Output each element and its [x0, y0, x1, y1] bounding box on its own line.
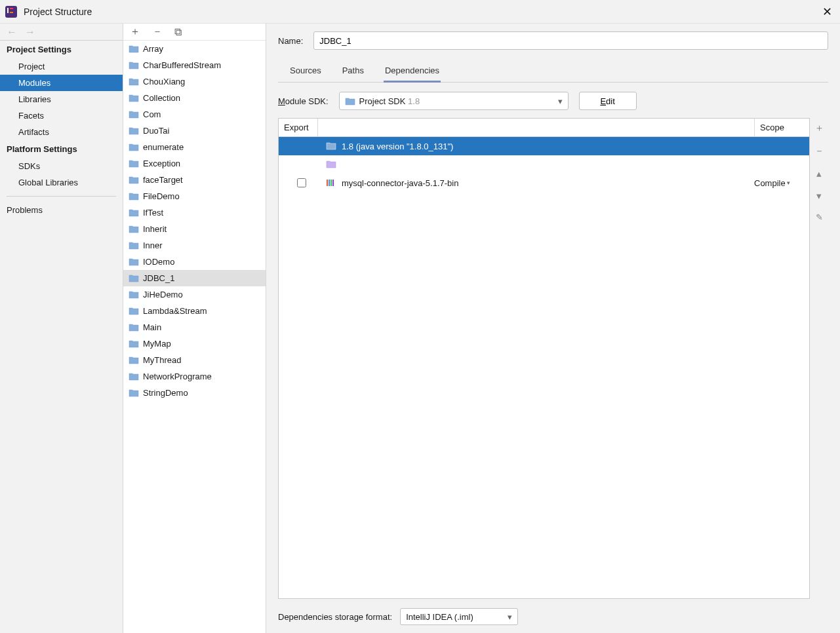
folder-icon: [129, 94, 139, 102]
folder-icon: [129, 356, 139, 364]
sidebar-item-sdks[interactable]: SDKs: [0, 158, 123, 174]
sidebar-item-libraries[interactable]: Libraries: [0, 91, 123, 107]
edit-dep-icon[interactable]: ✎: [816, 212, 823, 222]
tab-dependencies[interactable]: Dependencies: [384, 62, 441, 83]
titlebar: Project Structure ✕: [0, 0, 840, 24]
storage-format-label: Dependencies storage format:: [278, 612, 392, 622]
sidebar-item-facets[interactable]: Facets: [0, 107, 123, 124]
window-title: Project Structure: [24, 7, 819, 17]
module-item[interactable]: StringDemo: [123, 385, 266, 401]
dependency-name: 1.8 (java version "1.8.0_131"): [342, 142, 749, 151]
svg-rect-5: [329, 180, 330, 186]
module-item-label: IODemo: [143, 257, 174, 267]
module-item-label: CharBufferedStream: [143, 60, 221, 70]
folder-icon: [129, 389, 139, 397]
module-item[interactable]: ChouXiang: [123, 73, 266, 90]
module-item[interactable]: MyMap: [123, 336, 266, 352]
svg-rect-2: [10, 8, 13, 9]
module-item[interactable]: Exception: [123, 155, 266, 172]
module-item[interactable]: NetworkPrograme: [123, 368, 266, 385]
module-item[interactable]: Collection: [123, 90, 266, 106]
module-item[interactable]: Inner: [123, 237, 266, 254]
modules-toolbar: ＋ － ⧉: [123, 24, 266, 41]
svg-rect-7: [332, 180, 334, 186]
module-item-label: JDBC_1: [143, 273, 174, 283]
folder-icon: [129, 208, 139, 217]
module-source-icon: [326, 160, 336, 169]
sidebar-item-artifacts[interactable]: Artifacts: [0, 124, 123, 140]
module-content: Name: Sources Paths Dependencies Module …: [266, 24, 840, 633]
module-item[interactable]: Inherit: [123, 221, 266, 237]
folder-icon: [129, 176, 139, 184]
module-item[interactable]: DuoTai: [123, 123, 266, 139]
module-item[interactable]: Com: [123, 106, 266, 123]
module-item[interactable]: JiHeDemo: [123, 286, 266, 303]
edit-sdk-button[interactable]: Edit: [579, 92, 637, 110]
module-item[interactable]: FileDemo: [123, 188, 266, 204]
module-item[interactable]: Array: [123, 41, 266, 57]
folder-icon: [129, 274, 139, 282]
dependency-name: mysql-connector-java-5.1.7-bin: [342, 178, 749, 188]
tab-sources[interactable]: Sources: [289, 62, 323, 82]
chevron-down-icon: ▾: [558, 96, 563, 106]
module-item-label: NetworkPrograme: [143, 372, 212, 381]
add-module-icon[interactable]: ＋: [130, 25, 140, 39]
export-checkbox[interactable]: [297, 178, 306, 187]
dependency-row[interactable]: mysql-connector-java-5.1.7-binCompile ▾: [279, 174, 809, 192]
module-item[interactable]: faceTarget: [123, 172, 266, 188]
module-name-input[interactable]: [313, 31, 828, 50]
modules-column: ＋ － ⧉ ArrayCharBufferedStreamChouXiangCo…: [123, 24, 266, 633]
move-up-icon[interactable]: ▴: [816, 168, 822, 180]
folder-icon: [129, 290, 139, 299]
name-label: Name:: [278, 36, 303, 46]
module-item-label: FileDemo: [143, 191, 180, 201]
main-column-header[interactable]: [318, 119, 754, 136]
folder-icon: [129, 241, 139, 250]
sidebar-item-problems[interactable]: Problems: [0, 202, 123, 218]
nav-forward-icon[interactable]: →: [25, 26, 35, 38]
folder-icon: [129, 225, 139, 233]
folder-icon: [129, 45, 139, 53]
sidebar-divider: [7, 196, 116, 197]
folder-icon: [129, 192, 139, 201]
module-item[interactable]: IfTest: [123, 204, 266, 221]
module-item[interactable]: JDBC_1: [123, 270, 266, 286]
export-column-header[interactable]: Export: [279, 119, 318, 136]
scope-value: Compile: [754, 178, 786, 188]
folder-icon: [129, 372, 139, 381]
module-item-label: MyThread: [143, 355, 182, 365]
folder-icon: [345, 97, 355, 106]
add-dep-icon[interactable]: ＋: [814, 122, 824, 134]
move-down-icon[interactable]: ▾: [816, 190, 822, 202]
dependency-row[interactable]: 1.8 (java version "1.8.0_131"): [279, 137, 809, 155]
sidebar-item-global-libraries[interactable]: Global Libraries: [0, 174, 123, 191]
close-icon[interactable]: ✕: [819, 4, 835, 20]
nav-back-icon[interactable]: ←: [7, 26, 17, 38]
module-item[interactable]: CharBufferedStream: [123, 57, 266, 73]
sidebar-item-project[interactable]: Project: [0, 58, 123, 75]
module-item[interactable]: IODemo: [123, 254, 266, 270]
module-item-label: Collection: [143, 93, 180, 103]
svg-rect-6: [330, 180, 332, 186]
module-item-label: faceTarget: [143, 175, 183, 185]
module-sdk-select[interactable]: Project SDK 1.8 ▾: [339, 92, 569, 110]
remove-dep-icon[interactable]: －: [814, 145, 824, 157]
content-tabs: Sources Paths Dependencies: [278, 62, 828, 83]
deps-header: Export Scope: [279, 119, 809, 137]
platform-settings-header: Platform Settings: [0, 140, 123, 158]
module-item[interactable]: Lambda&Stream: [123, 303, 266, 319]
storage-format-select[interactable]: IntelliJ IDEA (.iml) ▾: [400, 608, 518, 625]
module-item-label: Main: [143, 322, 161, 332]
dependency-row[interactable]: [279, 155, 809, 174]
tab-paths[interactable]: Paths: [341, 62, 365, 82]
module-item[interactable]: MyThread: [123, 352, 266, 368]
scope-column-header[interactable]: Scope: [754, 119, 809, 136]
module-item[interactable]: Main: [123, 319, 266, 336]
module-item-label: MyMap: [143, 339, 171, 349]
module-item-label: Exception: [143, 159, 180, 168]
remove-module-icon[interactable]: －: [152, 25, 163, 39]
copy-module-icon[interactable]: ⧉: [174, 26, 182, 38]
module-item[interactable]: enumerate: [123, 139, 266, 155]
svg-rect-1: [7, 8, 9, 13]
sidebar-item-modules[interactable]: Modules: [0, 75, 123, 91]
